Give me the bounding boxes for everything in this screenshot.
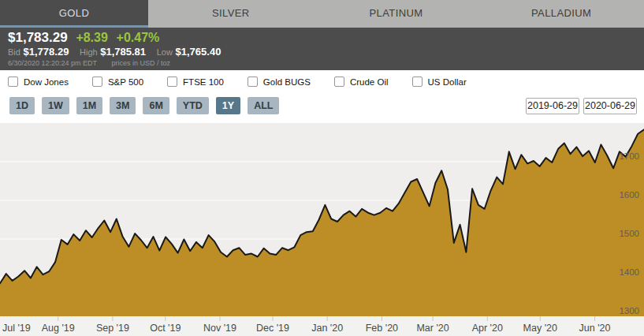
tab-platinum[interactable]: PLATINUM <box>314 0 479 28</box>
svg-text:1400: 1400 <box>619 267 639 277</box>
svg-text:Oct '19: Oct '19 <box>150 323 181 334</box>
overlay-crude-oil[interactable]: Crude Oil <box>334 77 389 87</box>
gold-price-chart[interactable]: 13001400150016001700Jul '19Aug '19Sep '1… <box>0 123 644 336</box>
bid-high-low-line: Bid $1,778.29 High $1,785.81 Low $1,765.… <box>8 47 636 58</box>
range-buttons: 1D 1W 1M 3M 6M YTD 1Y ALL <box>9 97 279 114</box>
svg-text:1300: 1300 <box>619 306 639 315</box>
tab-palladium[interactable]: PALLADIUM <box>478 0 644 28</box>
svg-text:Jan '20: Jan '20 <box>311 323 343 334</box>
start-date-input[interactable] <box>526 98 579 114</box>
overlay-us-dollar[interactable]: US Dollar <box>412 77 467 87</box>
svg-text:Aug '19: Aug '19 <box>42 323 75 334</box>
overlay-gold-bugs[interactable]: Gold BUGS <box>248 77 311 87</box>
high-label: High <box>80 47 98 57</box>
bid-value: $1,778.29 <box>24 46 69 58</box>
overlay-sp500[interactable]: S&P 500 <box>92 77 143 87</box>
overlay-label: Gold BUGS <box>263 77 311 87</box>
range-3m-button[interactable]: 3M <box>110 97 136 114</box>
us-dollar-checkbox[interactable] <box>412 77 423 87</box>
overlay-label: US Dollar <box>428 77 467 87</box>
range-ytd-button[interactable]: YTD <box>177 97 209 114</box>
svg-text:1700: 1700 <box>619 151 639 161</box>
sp500-checkbox[interactable] <box>92 77 102 87</box>
price-change: +8.39 <box>76 31 107 44</box>
chart-canvas[interactable]: 13001400150016001700Jul '19Aug '19Sep '1… <box>0 123 644 336</box>
svg-text:Jun '20: Jun '20 <box>579 323 611 334</box>
crude-oil-checkbox[interactable] <box>334 77 344 87</box>
spot-price: $1,783.29 <box>8 30 68 45</box>
overlay-dow-jones[interactable]: Dow Jones <box>8 77 69 87</box>
svg-text:Jul '19: Jul '19 <box>2 323 31 334</box>
overlay-label: S&P 500 <box>108 77 143 87</box>
timestamp-line: 6/30/2020 12:20:24 pm EDT prices in USD … <box>8 59 636 67</box>
svg-text:1600: 1600 <box>619 190 639 200</box>
bid-label: Bid <box>8 47 20 57</box>
quote-header: $1,783.29 +8.39 +0.47% Bid $1,778.29 Hig… <box>0 28 644 70</box>
overlay-ftse100[interactable]: FTSE 100 <box>167 77 224 87</box>
svg-text:Apr '20: Apr '20 <box>472 323 503 334</box>
overlay-row: Dow Jones S&P 500 FTSE 100 Gold BUGS Cru… <box>0 70 644 91</box>
date-range-inputs <box>526 98 637 114</box>
range-6m-button[interactable]: 6M <box>143 97 169 114</box>
high-value: $1,785.81 <box>100 46 146 58</box>
low-value: $1,765.40 <box>176 46 221 58</box>
range-1w-button[interactable]: 1W <box>42 97 69 114</box>
overlay-label: Crude Oil <box>350 77 389 87</box>
price-change-pct: +0.47% <box>117 31 160 44</box>
end-date-input[interactable] <box>583 98 637 114</box>
svg-text:1500: 1500 <box>619 229 639 238</box>
svg-text:Sep '19: Sep '19 <box>96 323 129 334</box>
range-1y-button[interactable]: 1Y <box>216 97 240 114</box>
overlay-label: FTSE 100 <box>183 77 224 87</box>
quote-timestamp: 6/30/2020 12:20:24 pm EDT <box>8 59 97 67</box>
low-label: Low <box>157 47 173 57</box>
svg-text:Mar '20: Mar '20 <box>416 323 449 334</box>
svg-text:Dec '19: Dec '19 <box>256 323 289 334</box>
svg-text:Nov '19: Nov '19 <box>203 323 236 334</box>
tab-silver[interactable]: SILVER <box>148 0 314 28</box>
metal-tabs: GOLD SILVER PLATINUM PALLADIUM <box>0 0 644 28</box>
ftse100-checkbox[interactable] <box>167 77 177 87</box>
overlay-label: Dow Jones <box>24 77 69 87</box>
svg-text:Feb '20: Feb '20 <box>366 323 398 334</box>
tab-gold[interactable]: GOLD <box>0 0 148 28</box>
svg-text:May '20: May '20 <box>523 323 557 334</box>
range-all-button[interactable]: ALL <box>248 97 279 114</box>
gold-bugs-checkbox[interactable] <box>248 77 258 87</box>
unit-note: prices in USD / toz <box>111 59 170 67</box>
range-1m-button[interactable]: 1M <box>76 97 102 114</box>
quote-price-line: $1,783.29 +8.39 +0.47% <box>8 30 636 46</box>
controls-row: 1D 1W 1M 3M 6M YTD 1Y ALL <box>0 91 644 123</box>
dow-jones-checkbox[interactable] <box>8 77 18 87</box>
range-1d-button[interactable]: 1D <box>9 97 35 114</box>
